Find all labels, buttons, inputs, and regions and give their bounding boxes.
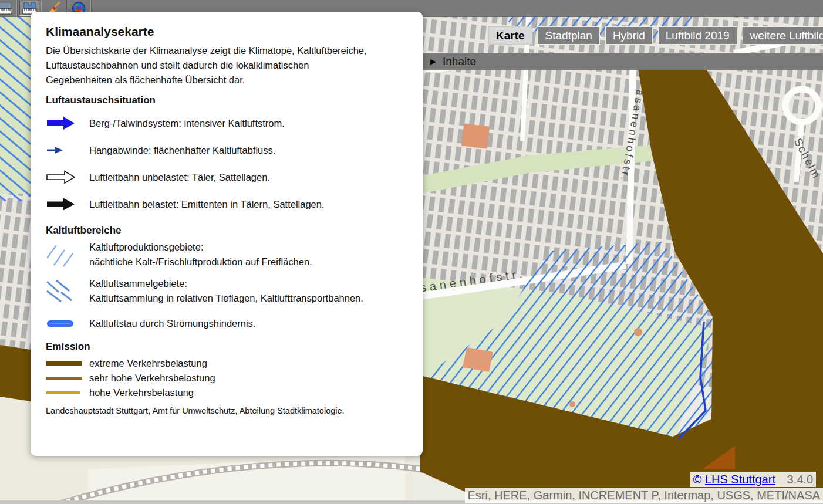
legend-section-luftaustausch: Luftaustauschsituation [46,94,407,106]
blue-capsule-icon [46,319,89,328]
brown-line-icon [46,377,89,380]
light-blue-hatch-icon [46,242,89,268]
legend-item: Berg-/Talwindsystem: intensiver Kaltluft… [46,110,407,137]
app-window: asanenhofstr. asanenhofstr. Schelm [0,0,823,504]
legend-item: Kaltluftstau durch Strömungshindernis. [46,313,407,334]
version-number: 3.4.0 [787,473,813,486]
toolbar-separator [16,0,18,16]
basemap-luftbild2019-button[interactable]: Luftbild 2019 [658,26,737,45]
legend-item-label: sehr hohe Verkehrsbelastung [89,371,215,385]
black-arrow-icon [46,197,89,211]
basemap-sources: Esri, HERE, Garmin, INCREMENT P, Interma… [465,488,823,503]
bold-blue-arrow-icon [46,116,89,130]
legend-panel: Klimaanalysekarte Die Übersichtskarte de… [31,12,423,456]
measure-distance-button[interactable] [0,1,15,16]
small-navy-arrow-icon [46,146,89,154]
map-attribution: © LHS Stuttgart 3.4.0 Esri, HERE, Garmin… [465,472,823,503]
basemap-stadtplan-button[interactable]: Stadtplan [538,26,600,45]
basemap-karte-button[interactable]: Karte [488,26,532,45]
legend-title: Klimaanalysekarte [46,25,407,39]
legend-item: extreme Verkehrsbelastung [46,356,407,371]
ruler-distance-icon [0,1,12,15]
legend-item-label: extreme Verkehrsbelastung [89,356,207,371]
basemap-hybrid-button[interactable]: Hybrid [605,26,653,45]
white-outline-arrow-icon [46,170,89,184]
legend-item: Kaltluftsammelgebiete: Kaltluftsammlung … [46,276,407,306]
expand-arrow-icon: ▶ [430,57,436,65]
legend-item-label: Kaltluftstau durch Strömungshindernis. [89,316,255,331]
legend-item: Luftleitbahn belastet: Emittenten in Täl… [46,191,407,218]
legend-item: Luftleitbahn unbelastet: Täler, Sattella… [46,164,407,191]
blue-hatch-icon [46,278,89,304]
legend-item: Hangabwinde: flächenhafter Kaltluftabflu… [46,137,407,164]
basemap-switcher: Karte Stadtplan Hybrid Luftbild 2019 wei… [488,26,823,45]
copyright-symbol: © [693,473,702,486]
legend-section-emission: Emission [46,341,407,353]
legend-item: sehr hohe Verkehrsbelastung [46,371,407,385]
gold-line-icon [46,391,89,394]
legend-item-label: Kaltluftsammelgebiete: Kaltluftsammlung … [89,276,363,306]
legend-source: Landeshauptstadt Stuttgart, Amt für Umwe… [46,406,407,415]
legend-item: Kaltluftproduktionsgebiete: nächtliche K… [46,240,407,269]
contents-panel-title: Inhalte [443,55,476,68]
legend-description: Die Übersichtskarte der Klimaanalyse zei… [46,43,372,87]
legend-section-kaltluftbereiche: Kaltluftbereiche [46,225,407,236]
legend-item-label: Luftleitbahn unbelastet: Täler, Sattella… [89,170,270,185]
lhs-stuttgart-link[interactable]: LHS Stuttgart [705,473,775,486]
legend-item-label: Berg-/Talwindsystem: intensiver Kaltluft… [89,116,285,131]
dark-brown-line-icon [46,361,89,366]
legend-item-label: hohe Verkehrsbelastung [89,385,194,400]
basemap-weitere-luftbilder-button[interactable]: weitere Luftbilder [743,26,823,45]
legend-item-label: Luftleitbahn belastet: Emittenten in Täl… [89,197,325,212]
legend-item-label: Hangabwinde: flächenhafter Kaltluftabflu… [89,143,275,158]
legend-item: hohe Verkehrsbelastung [46,385,407,400]
legend-item-label: Kaltluftproduktionsgebiete: nächtliche K… [89,240,312,269]
contents-panel-header[interactable]: ▶ Inhalte [421,53,823,70]
